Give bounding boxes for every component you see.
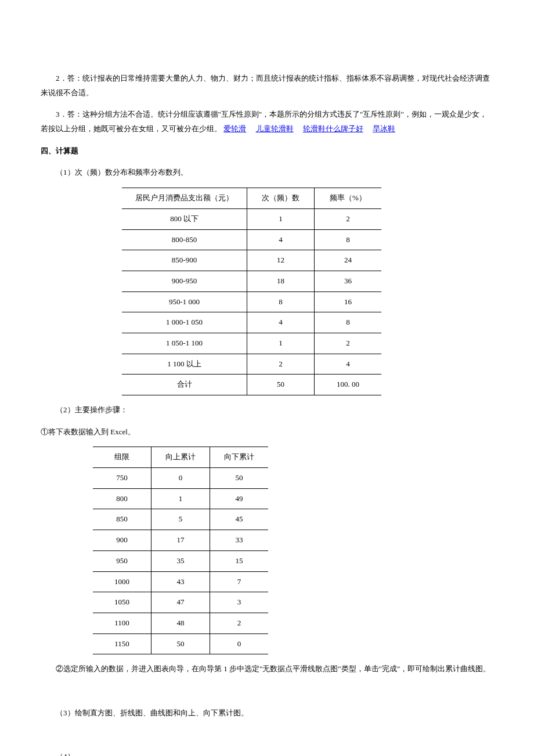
- col-header-count: 次（频）数: [247, 188, 315, 209]
- table-header-row: 组限 向上累计 向下累计: [93, 447, 268, 468]
- col-header-range: 居民户月消费品支出额（元）: [122, 188, 247, 209]
- table-row: 1000437: [93, 571, 268, 592]
- inline-links: 爱轮滑 儿童轮滑鞋 轮滑鞋什么牌子好 旱冰鞋: [222, 124, 403, 133]
- table-header-row: 居民户月消费品支出额（元） 次（频）数 频率（%）: [122, 188, 381, 209]
- col-header-up: 向上累计: [151, 447, 210, 468]
- table-row: 950-1 000816: [122, 291, 381, 312]
- col-header-limit: 组限: [93, 447, 151, 468]
- table-row: 900-9501836: [122, 271, 381, 291]
- section-calc-heading: 四、计算题: [41, 144, 493, 159]
- calc-item-1: （1）次（频）数分布和频率分布数列。: [41, 165, 493, 180]
- calc-step-input: ①将下表数据输入到 Excel。: [41, 425, 493, 440]
- table-row: 1150500: [93, 633, 268, 654]
- table-row: 9503515: [93, 550, 268, 571]
- table-total-row: 合计50100. 00: [122, 375, 381, 395]
- col-header-rate: 频率（%）: [315, 188, 382, 209]
- answer-2-body: 统计报表的日常维持需要大量的人力、物力、财力；而且统计报表的统计指标、指标体系不…: [41, 74, 490, 97]
- answer-2: 2．答：统计报表的日常维持需要大量的人力、物力、财力；而且统计报表的统计指标、指…: [41, 71, 493, 100]
- table-row: 750050: [93, 468, 268, 489]
- table-row: 850-9001224: [122, 250, 381, 271]
- link-ailunhua[interactable]: 爱轮滑: [223, 124, 246, 133]
- col-header-down: 向下累计: [210, 447, 269, 468]
- calc-item-3: （3）绘制直方图、折线图、曲线图和向上、向下累计图。: [41, 706, 493, 721]
- table-row: 9001733: [93, 530, 268, 551]
- link-ertonglunhuaxie[interactable]: 儿童轮滑鞋: [256, 124, 294, 133]
- table-row: 800-85048: [122, 229, 381, 250]
- table-row: 800149: [93, 488, 268, 509]
- answer-3: 3．答：这种分组方法不合适。统计分组应该遵循"互斥性原则"，本题所示的分组方式违…: [41, 107, 493, 136]
- cumulative-table: 组限 向上累计 向下累计 750050 800149 850545 900173…: [93, 447, 268, 654]
- answer-2-prefix: 2．答：: [56, 74, 82, 82]
- calc-item-2: （2）主要操作步骤：: [41, 403, 493, 417]
- link-lunhuaxiepaizi[interactable]: 轮滑鞋什么牌子好: [303, 124, 363, 133]
- table-row: 1050473: [93, 592, 268, 613]
- calc-step-chart-wizard: ②选定所输入的数据，并进入图表向导，在向导第 1 步中选定"无数据点平滑线散点图…: [41, 662, 493, 676]
- table-row: 1 100 以上24: [122, 354, 381, 375]
- table-row: 1 000-1 05048: [122, 312, 381, 333]
- table-row: 1100482: [93, 613, 268, 633]
- link-hanbingxie[interactable]: 旱冰鞋: [373, 124, 395, 133]
- answer-3-prefix: 3．答：: [56, 110, 82, 118]
- table-row: 850545: [93, 509, 268, 530]
- calc-item-4: （4）: [41, 750, 493, 756]
- table-row: 1 050-1 10012: [122, 333, 381, 354]
- frequency-distribution-table: 居民户月消费品支出额（元） 次（频）数 频率（%） 800 以下12 800-8…: [122, 188, 381, 395]
- table-row: 800 以下12: [122, 208, 381, 229]
